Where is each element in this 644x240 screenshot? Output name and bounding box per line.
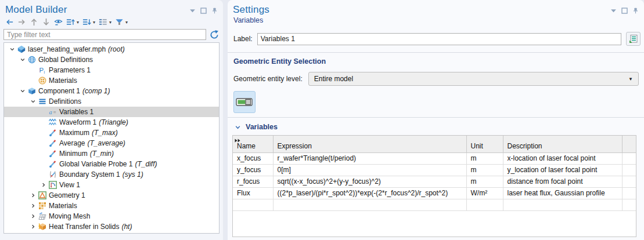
cell-unit[interactable]: m <box>466 176 503 187</box>
dropdown-menu-icon[interactable] <box>610 7 617 14</box>
pin-icon[interactable] <box>211 7 218 14</box>
cell-expression[interactable]: r_wafer*Triangle(t/period) <box>273 152 466 164</box>
node-text-icon[interactable] <box>98 17 108 27</box>
dropdown-caret-icon[interactable]: ▾ <box>125 20 128 25</box>
tree-item-average[interactable]: Average(T_average) <box>4 138 219 148</box>
chevron-down-icon[interactable] <box>18 57 27 62</box>
cell-name[interactable]: x_focus <box>233 152 273 164</box>
tree-item-global-definitions[interactable]: Global Definitions <box>4 54 219 65</box>
cell-unit[interactable]: m <box>466 164 503 176</box>
arrow-right-icon[interactable] <box>16 17 27 27</box>
chevron-down-icon[interactable] <box>18 89 27 93</box>
cell-unit[interactable]: m <box>466 152 503 164</box>
chevron-down-icon[interactable] <box>28 99 37 104</box>
tree-item-laser-heating-wafer-mph[interactable]: laser_heating_wafer.mph(root) <box>4 44 219 54</box>
tree-item-waveform-1[interactable]: Waveform 1(Triangle) <box>4 117 219 128</box>
cell-name[interactable]: y_focus <box>233 164 273 176</box>
float-window-icon[interactable] <box>200 7 207 14</box>
tree-item-materials[interactable]: Materials <box>4 201 219 211</box>
float-window-icon[interactable] <box>621 7 628 14</box>
settings-title: Settings <box>233 4 269 16</box>
cell-name[interactable]: Flux <box>233 187 273 199</box>
arrow-up-icon[interactable] <box>28 17 39 27</box>
cell-expression[interactable]: 0[m] <box>273 164 466 176</box>
label-input[interactable] <box>257 33 621 45</box>
cell-name[interactable] <box>233 199 273 210</box>
tree-item-definitions[interactable]: Definitions <box>4 96 219 107</box>
tree-item-materials[interactable]: Materials <box>4 75 219 86</box>
show-eye-icon[interactable] <box>53 17 63 27</box>
chevron-right-icon[interactable] <box>28 193 37 198</box>
tree-item-heat-transfer-in-solids[interactable]: Heat Transfer in Solids(ht) <box>4 221 219 232</box>
column-header-description: Description <box>503 136 622 152</box>
cell-name[interactable]: r_focus <box>233 176 273 187</box>
tree-item-label: Materials <box>49 77 77 85</box>
tree-item-view-1[interactable]: View 1 <box>4 180 219 190</box>
active-selection-toggle-button[interactable] <box>233 91 256 113</box>
geometric-entity-level-label: Geometric entity level: <box>233 75 303 83</box>
geometric-entity-level-select[interactable]: Entire model ▼ <box>308 72 639 86</box>
chevron-right-icon[interactable] <box>28 224 37 229</box>
tree-item-maximum[interactable]: Maximum(T_max) <box>4 128 219 138</box>
cell-filler <box>622 164 636 176</box>
model-builder-title: Model Builder <box>5 4 67 16</box>
cell-description[interactable]: distance from focal point <box>503 176 622 187</box>
tree-item-variables-1[interactable]: a=Variables 1 <box>4 107 219 117</box>
variables-icon: a= <box>48 108 57 116</box>
tree-item-global-variable-probe-1[interactable]: Global Variable Probe 1(T_diff) <box>4 159 219 169</box>
dropdown-caret-icon[interactable]: ▾ <box>93 20 95 25</box>
cell-unit[interactable]: W/m² <box>466 187 503 199</box>
dropdown-caret-icon[interactable]: ▾ <box>77 20 79 25</box>
materials-global-icon <box>38 77 46 85</box>
globe-icon <box>27 56 36 64</box>
probe-icon <box>48 129 57 137</box>
svg-text:P: P <box>39 67 44 74</box>
tree-item-boundary-system-1[interactable]: Boundary System 1(sys 1) <box>4 169 219 180</box>
tree-item-geometry-1[interactable]: Geometry 1 <box>4 190 219 201</box>
tree-item-label: Maximum <box>59 129 89 137</box>
expand-all-icon[interactable] <box>81 17 92 27</box>
label-options-button[interactable] <box>626 32 641 46</box>
chevron-right-icon[interactable] <box>28 203 37 208</box>
tree-item-minimum[interactable]: Minimum(T_min) <box>4 148 219 159</box>
cell-description[interactable] <box>503 199 622 210</box>
tree-item-parameters-1[interactable]: PiParameters 1 <box>4 65 219 75</box>
tree-item-tag: (root) <box>108 45 125 53</box>
column-header-filler <box>622 136 636 152</box>
variables-section-header[interactable]: Variables <box>233 122 644 132</box>
cell-description[interactable]: x-location of laser focal point <box>503 152 622 164</box>
cell-expression[interactable]: sqrt((x-x_focus)^2+(y-y_focus)^2) <box>273 176 466 187</box>
tree-item-moving-mesh[interactable]: Moving Mesh <box>4 211 219 221</box>
cell-expression[interactable]: ((2*p_laser)/(pi*r_spot^2))*exp(-(2*r_fo… <box>273 187 466 199</box>
cell-description[interactable]: laser heat flux, Gaussian profile <box>503 187 622 199</box>
model-tree: laser_heating_wafer.mph(root)Global Defi… <box>3 42 220 234</box>
tree-item-tag: (Triangle) <box>99 118 128 126</box>
probe-icon <box>48 150 57 158</box>
arrow-left-icon[interactable] <box>4 17 15 27</box>
tree-filter-input[interactable] <box>3 29 206 40</box>
table-row: r_focussqrt((x-x_focus)^2+(y-y_focus)^2)… <box>233 176 636 187</box>
cell-filler <box>622 199 636 210</box>
model-builder-window-icons <box>189 4 218 14</box>
arrow-down-icon[interactable] <box>41 17 51 27</box>
collapse-all-icon[interactable] <box>65 17 75 27</box>
cell-description[interactable]: y_location of laser focal point <box>503 164 622 176</box>
tree-item-tag: (T_max) <box>92 129 118 137</box>
chevron-right-icon[interactable] <box>39 183 48 187</box>
pin-icon[interactable] <box>632 7 639 14</box>
column-header-unit: Unit <box>466 136 503 152</box>
cell-expression[interactable] <box>273 199 466 210</box>
chevron-down-icon[interactable] <box>8 47 16 52</box>
tree-item-tag: (T_diff) <box>135 160 157 168</box>
tree-item-component-1[interactable]: Component 1(comp 1) <box>4 86 219 96</box>
chevron-right-icon[interactable] <box>28 214 37 219</box>
model-builder-toolbar: ▾▾▾▾ <box>0 16 223 28</box>
cell-unit[interactable] <box>466 199 503 210</box>
dropdown-caret-icon[interactable]: ▾ <box>109 20 111 25</box>
chevron-down-icon: ▼ <box>628 77 633 82</box>
dropdown-menu-icon[interactable] <box>189 7 196 14</box>
moving-mesh-icon <box>38 212 46 220</box>
refresh-icon[interactable] <box>209 30 220 40</box>
filter-funnel-icon[interactable] <box>114 17 124 27</box>
geometric-entity-section-title: Geometric Entity Selection <box>233 57 644 66</box>
